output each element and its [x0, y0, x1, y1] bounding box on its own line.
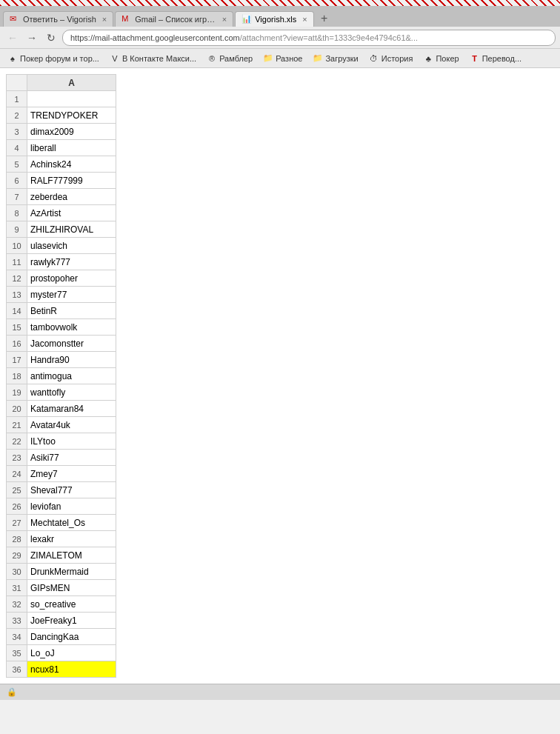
table-row[interactable]: 36ncux81	[7, 661, 116, 678]
table-row[interactable]: 18antimogua	[7, 368, 116, 384]
table-row[interactable]: 27Mechtatel_Os	[7, 515, 116, 531]
table-row[interactable]: 23Asiki77	[7, 450, 116, 466]
bookmark-history[interactable]: ⏱ История	[364, 52, 418, 65]
tab-vigorish-xls[interactable]: 📊 Vigorish.xls ×	[235, 11, 313, 27]
back-button[interactable]: ←	[4, 30, 21, 46]
cell-value[interactable]: so_creative	[27, 596, 116, 613]
table-row[interactable]: 4liberall	[7, 140, 116, 156]
bookmark-rambler[interactable]: ® Рамблер	[202, 52, 257, 65]
cell-value[interactable]: tambovwolk	[27, 319, 116, 336]
cell-value[interactable]	[27, 91, 116, 107]
cell-value[interactable]: Katamaran84	[27, 401, 116, 417]
table-row[interactable]: 17Handra90	[7, 352, 116, 368]
cell-value[interactable]: Lo_oJ	[27, 645, 116, 661]
cell-value[interactable]: ulasevich	[27, 238, 116, 254]
cell-value[interactable]: Asiki77	[27, 450, 116, 466]
column-a-header[interactable]: A	[27, 75, 116, 91]
tab-close-icon[interactable]: ×	[222, 15, 227, 24]
cell-value[interactable]: dimax2009	[27, 124, 116, 140]
bookmark-vkontakte[interactable]: V В Контакте Макси...	[105, 52, 201, 65]
cell-value[interactable]: DrunkMermaid	[27, 564, 116, 580]
cell-value[interactable]: Avatar4uk	[27, 417, 116, 433]
table-row[interactable]: 29ZIMALETOM	[7, 547, 116, 564]
cell-value[interactable]: zeberdea	[27, 189, 116, 205]
cell-value[interactable]: Achinsk24	[27, 156, 116, 173]
bookmark-poker-forum[interactable]: ♠ Покер форум и тор...	[3, 52, 104, 65]
spreadsheet-table: A 12TRENDYPOKER3dimax20094liberall5Achin…	[6, 74, 116, 678]
cell-value[interactable]: Sheval777	[27, 482, 116, 498]
table-row[interactable]: 31GIPsMEN	[7, 580, 116, 596]
table-row[interactable]: 3dimax2009	[7, 124, 116, 140]
table-row[interactable]: 2TRENDYPOKER	[7, 107, 116, 124]
table-row[interactable]: 6RALF777999	[7, 173, 116, 189]
table-row[interactable]: 10ulasevich	[7, 238, 116, 254]
table-row[interactable]: 20Katamaran84	[7, 401, 116, 417]
cell-value[interactable]: ILYtoo	[27, 433, 116, 450]
cell-value[interactable]: ncux81	[27, 661, 116, 678]
table-row[interactable]: 25Sheval777	[7, 482, 116, 498]
table-row[interactable]: 28lexakr	[7, 531, 116, 547]
table-row[interactable]: 15tambovwolk	[7, 319, 116, 336]
address-bar[interactable]: https://mail-attachment.googleuserconten…	[62, 30, 556, 46]
cell-value[interactable]: wanttofly	[27, 384, 116, 401]
cell-value[interactable]: liberall	[27, 140, 116, 156]
table-row[interactable]: 13myster77	[7, 287, 116, 303]
cell-value[interactable]: Handra90	[27, 352, 116, 368]
bookmark-poker[interactable]: ♣ Покер	[419, 52, 463, 65]
row-number: 23	[7, 450, 27, 466]
cell-value[interactable]: rawlyk777	[27, 254, 116, 270]
table-row[interactable]: 12prostopoher	[7, 270, 116, 287]
bookmark-downloads[interactable]: 📁 Загрузки	[308, 52, 362, 65]
bookmark-raznoe[interactable]: 📁 Разное	[259, 52, 307, 65]
table-row[interactable]: 1	[7, 91, 116, 107]
row-number: 13	[7, 287, 27, 303]
cell-value[interactable]: RALF777999	[27, 173, 116, 189]
forward-button[interactable]: →	[24, 30, 40, 46]
row-number: 36	[7, 661, 27, 678]
table-row[interactable]: 32so_creative	[7, 596, 116, 613]
cell-value[interactable]: ZHILZHIROVAL	[27, 221, 116, 238]
bookmark-label: Рамблер	[219, 54, 253, 63]
cell-value[interactable]: DancingKaa	[27, 629, 116, 645]
cell-value[interactable]: prostopoher	[27, 270, 116, 287]
table-row[interactable]: 34DancingKaa	[7, 629, 116, 645]
cell-value[interactable]: Jacomonstter	[27, 336, 116, 352]
cell-value[interactable]: Zmey7	[27, 466, 116, 482]
table-row[interactable]: 22ILYtoo	[7, 433, 116, 450]
tab-close-icon[interactable]: ×	[302, 15, 307, 24]
table-row[interactable]: 21Avatar4uk	[7, 417, 116, 433]
bookmark-translate[interactable]: T Перевод...	[465, 52, 526, 65]
cell-value[interactable]: ZIMALETOM	[27, 547, 116, 564]
cell-value[interactable]: GIPsMEN	[27, 580, 116, 596]
table-row[interactable]: 26leviofan	[7, 498, 116, 515]
cell-value[interactable]: TRENDYPOKER	[27, 107, 116, 124]
tab-gmail[interactable]: M Gmail – Список игроков от... ×	[115, 11, 233, 27]
table-row[interactable]: 9ZHILZHIROVAL	[7, 221, 116, 238]
tab-close-icon[interactable]: ×	[102, 15, 107, 24]
table-row[interactable]: 24Zmey7	[7, 466, 116, 482]
table-row[interactable]: 5Achinsk24	[7, 156, 116, 173]
table-row[interactable]: 14BetinR	[7, 303, 116, 319]
refresh-button[interactable]: ↻	[43, 30, 59, 46]
cell-value[interactable]: AzArtist	[27, 205, 116, 221]
table-row[interactable]: 19wanttofly	[7, 384, 116, 401]
cell-value[interactable]: leviofan	[27, 498, 116, 515]
table-row[interactable]: 16Jacomonstter	[7, 336, 116, 352]
cell-value[interactable]: myster77	[27, 287, 116, 303]
row-number: 32	[7, 596, 27, 613]
cell-value[interactable]: antimogua	[27, 368, 116, 384]
table-row[interactable]: 8AzArtist	[7, 205, 116, 221]
new-tab-button[interactable]: +	[316, 10, 333, 27]
row-number: 22	[7, 433, 27, 450]
cell-value[interactable]: Mechtatel_Os	[27, 515, 116, 531]
table-row[interactable]: 33JoeFreaky1	[7, 613, 116, 629]
tab-reply-vigorish[interactable]: ✉ Ответить – Vigorish ×	[3, 11, 113, 27]
cell-value[interactable]: BetinR	[27, 303, 116, 319]
table-row[interactable]: 11rawlyk777	[7, 254, 116, 270]
table-row[interactable]: 7zeberdea	[7, 189, 116, 205]
table-row[interactable]: 35Lo_oJ	[7, 645, 116, 661]
row-number: 10	[7, 238, 27, 254]
cell-value[interactable]: JoeFreaky1	[27, 613, 116, 629]
cell-value[interactable]: lexakr	[27, 531, 116, 547]
table-row[interactable]: 30DrunkMermaid	[7, 564, 116, 580]
